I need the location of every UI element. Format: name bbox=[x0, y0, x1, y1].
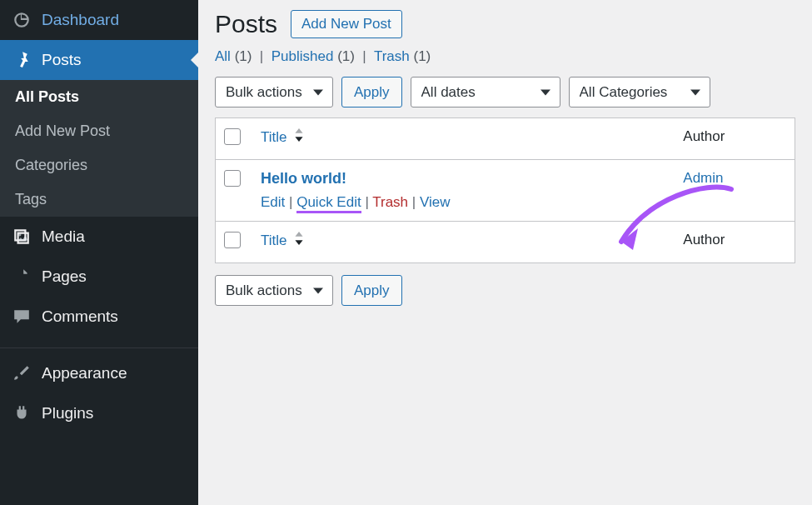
posts-submenu: All Posts Add New Post Categories Tags bbox=[0, 80, 198, 217]
sort-icon bbox=[294, 128, 304, 142]
filter-trash[interactable]: Trash bbox=[374, 48, 410, 64]
submenu-categories[interactable]: Categories bbox=[0, 148, 198, 182]
action-quick-edit[interactable]: Quick Edit bbox=[296, 194, 361, 213]
dashboard-icon bbox=[12, 10, 32, 30]
sidebar-label-appearance: Appearance bbox=[42, 364, 127, 382]
sidebar-item-appearance[interactable]: Appearance bbox=[0, 353, 198, 393]
sidebar-label-posts: Posts bbox=[42, 51, 82, 69]
column-author-footer: Author bbox=[675, 221, 795, 262]
filter-published[interactable]: Published bbox=[271, 48, 334, 64]
sidebar-label-plugins: Plugins bbox=[42, 404, 93, 422]
bulk-actions-wrap-bottom: Bulk actions bbox=[215, 275, 333, 306]
apply-button-bottom[interactable]: Apply bbox=[341, 275, 402, 306]
svg-point-0 bbox=[18, 233, 21, 236]
select-all-checkbox-top[interactable] bbox=[224, 128, 241, 145]
plugin-icon bbox=[12, 403, 32, 423]
filter-published-count: (1) bbox=[337, 48, 355, 64]
action-trash[interactable]: Trash bbox=[372, 194, 408, 210]
submenu-add-new[interactable]: Add New Post bbox=[0, 114, 198, 148]
top-controls: Bulk actions Apply All dates All Categor… bbox=[215, 77, 795, 108]
main-content: Posts Add New Post All (1) | Published (… bbox=[198, 0, 812, 505]
pages-icon bbox=[12, 267, 32, 287]
action-edit[interactable]: Edit bbox=[261, 194, 285, 210]
sidebar-label-pages: Pages bbox=[42, 268, 87, 286]
posts-table: Title Author Hello world! Edit | Quick E… bbox=[215, 118, 795, 263]
submenu-tags[interactable]: Tags bbox=[0, 182, 198, 217]
sort-icon bbox=[294, 232, 304, 245]
sidebar-item-media[interactable]: Media bbox=[0, 217, 198, 257]
table-row: Hello world! Edit | Quick Edit | Trash |… bbox=[216, 160, 795, 221]
sidebar-item-dashboard[interactable]: Dashboard bbox=[0, 0, 198, 40]
sidebar-item-pages[interactable]: Pages bbox=[0, 257, 198, 297]
filter-trash-count: (1) bbox=[414, 48, 431, 64]
sidebar-separator bbox=[0, 342, 198, 348]
dates-wrap: All dates bbox=[411, 77, 560, 108]
column-title-footer-label: Title bbox=[261, 232, 287, 248]
media-icon bbox=[12, 227, 32, 247]
sidebar-label-dashboard: Dashboard bbox=[42, 11, 119, 29]
column-author-header: Author bbox=[675, 118, 795, 160]
brush-icon bbox=[12, 363, 32, 383]
categories-select[interactable]: All Categories bbox=[569, 77, 710, 108]
bottom-controls: Bulk actions Apply bbox=[215, 275, 795, 306]
sidebar-label-comments: Comments bbox=[42, 308, 118, 326]
bulk-actions-wrap: Bulk actions bbox=[215, 77, 333, 108]
bulk-actions-select-bottom[interactable]: Bulk actions bbox=[215, 275, 333, 306]
admin-sidebar: Dashboard Posts All Posts Add New Post C… bbox=[0, 0, 198, 505]
column-title-label: Title bbox=[261, 129, 287, 145]
categories-wrap: All Categories bbox=[569, 77, 710, 108]
page-title: Posts bbox=[215, 10, 277, 38]
author-link[interactable]: Admin bbox=[683, 170, 723, 186]
bulk-actions-select[interactable]: Bulk actions bbox=[215, 77, 333, 108]
sidebar-item-plugins[interactable]: Plugins bbox=[0, 393, 198, 433]
apply-button-top[interactable]: Apply bbox=[341, 77, 402, 108]
filter-all[interactable]: All bbox=[215, 48, 231, 64]
dates-select[interactable]: All dates bbox=[411, 77, 560, 108]
submenu-all-posts[interactable]: All Posts bbox=[0, 80, 198, 114]
sidebar-item-posts[interactable]: Posts bbox=[0, 40, 198, 80]
row-actions: Edit | Quick Edit | Trash | View bbox=[261, 194, 666, 211]
add-new-post-button[interactable]: Add New Post bbox=[291, 10, 402, 38]
comments-icon bbox=[12, 307, 32, 327]
sidebar-label-media: Media bbox=[42, 228, 85, 246]
status-filters: All (1) | Published (1) | Trash (1) bbox=[215, 48, 795, 65]
sidebar-item-comments[interactable]: Comments bbox=[0, 297, 198, 337]
row-checkbox[interactable] bbox=[224, 170, 241, 187]
filter-all-count: (1) bbox=[235, 48, 252, 64]
pin-icon bbox=[12, 50, 32, 70]
post-title-link[interactable]: Hello world! bbox=[261, 170, 346, 187]
page-header: Posts Add New Post bbox=[215, 10, 795, 38]
select-all-checkbox-bottom[interactable] bbox=[224, 232, 241, 248]
column-title-footer[interactable]: Title bbox=[252, 221, 675, 262]
action-view[interactable]: View bbox=[420, 194, 451, 210]
column-title-header[interactable]: Title bbox=[252, 118, 675, 160]
